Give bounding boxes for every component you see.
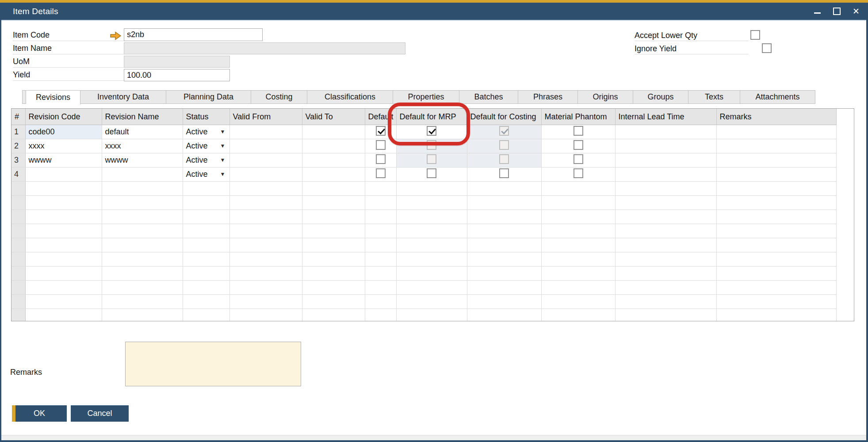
cell-gutter: [836, 210, 854, 224]
row-number[interactable]: 4: [11, 168, 25, 182]
row-number: [11, 210, 25, 224]
tab-texts[interactable]: Texts: [688, 90, 740, 104]
chevron-down-icon[interactable]: ▼: [220, 157, 226, 163]
cell-valid-from[interactable]: [229, 139, 302, 153]
cell-revision-name[interactable]: wwww: [102, 153, 183, 168]
status-value: Active: [186, 170, 208, 179]
column-header-material_phantom[interactable]: Material Phantom: [541, 109, 615, 125]
checkbox-default-mrp[interactable]: [427, 168, 436, 178]
cell-empty: [467, 210, 541, 224]
tab-revisions[interactable]: Revisions: [26, 90, 80, 105]
column-header-status[interactable]: Status: [183, 109, 229, 125]
cell-status[interactable]: Active▼: [183, 125, 229, 139]
tab-planning-data[interactable]: Planning Data: [166, 90, 251, 104]
remarks-textarea[interactable]: [125, 342, 301, 386]
tab-properties[interactable]: Properties: [393, 90, 459, 104]
cell-revision-code[interactable]: wwww: [25, 153, 102, 168]
tab-costing[interactable]: Costing: [251, 90, 307, 104]
link-arrow-icon[interactable]: [110, 31, 122, 42]
checkbox-default[interactable]: [376, 126, 386, 136]
cell-revision-name[interactable]: xxxx: [102, 139, 183, 153]
cell-revision-name[interactable]: default: [102, 125, 183, 139]
cell-internal-lead-time[interactable]: [615, 153, 716, 168]
cell-empty: [396, 267, 467, 281]
cell-valid-from[interactable]: [229, 153, 302, 168]
cell-empty: [25, 238, 102, 252]
checkbox-default-costing[interactable]: [499, 168, 509, 178]
checkbox-material-phantom[interactable]: [574, 154, 583, 164]
cell-valid-to[interactable]: [302, 125, 365, 139]
column-header-num[interactable]: #: [11, 109, 25, 125]
cell-status[interactable]: Active▼: [183, 168, 229, 182]
column-header-revision_name[interactable]: Revision Name: [102, 109, 183, 125]
cell-valid-to[interactable]: [302, 153, 365, 168]
tab-phrases[interactable]: Phrases: [518, 90, 578, 104]
tab-inventory-data[interactable]: Inventory Data: [80, 90, 166, 104]
cell-remarks[interactable]: [716, 168, 836, 182]
revisions-table: #Revision CodeRevision NameStatusValid F…: [11, 108, 854, 321]
row-number: [11, 224, 25, 238]
cell-status[interactable]: Active▼: [183, 153, 229, 168]
cell-remarks[interactable]: [716, 153, 836, 168]
tab-attachments[interactable]: Attachments: [740, 90, 815, 104]
chevron-down-icon[interactable]: ▼: [220, 171, 226, 177]
checkbox-material-phantom[interactable]: [574, 126, 583, 136]
column-header-valid_to[interactable]: Valid To: [302, 109, 365, 125]
cell-empty: [302, 281, 365, 295]
checkbox-material-phantom[interactable]: [574, 168, 583, 178]
yield-input[interactable]: [124, 69, 230, 81]
cell-material_phantom: [541, 125, 615, 139]
cell-internal-lead-time[interactable]: [615, 139, 716, 153]
item-code-input[interactable]: [124, 28, 263, 41]
checkbox-material-phantom[interactable]: [574, 140, 583, 150]
tab-classifications[interactable]: Classifications: [307, 90, 393, 104]
ignore-yield-checkbox[interactable]: [762, 43, 772, 53]
column-header-remarks[interactable]: Remarks: [716, 109, 836, 125]
accept-lower-qty-checkbox[interactable]: [750, 30, 760, 40]
column-header-revision_code[interactable]: Revision Code: [25, 109, 102, 125]
row-number[interactable]: 2: [11, 139, 25, 153]
cell-empty: [716, 281, 836, 295]
cell-revision-code[interactable]: code00: [25, 125, 102, 139]
cell-gutter: [836, 139, 854, 153]
checkbox-default[interactable]: [376, 140, 386, 150]
cell-empty: [716, 295, 836, 309]
cell-empty: [365, 281, 396, 295]
close-button[interactable]: ✕: [852, 8, 860, 15]
cell-revision-code[interactable]: [25, 168, 102, 182]
checkbox-default-mrp[interactable]: [427, 126, 436, 136]
row-number[interactable]: 1: [11, 125, 25, 139]
chevron-down-icon[interactable]: ▼: [220, 129, 226, 135]
column-header-default[interactable]: Default: [365, 109, 396, 125]
column-header-internal_lead_time[interactable]: Internal Lead Time: [615, 109, 716, 125]
minimize-button[interactable]: [813, 8, 821, 15]
chevron-down-icon[interactable]: ▼: [220, 143, 226, 149]
cell-remarks[interactable]: [716, 139, 836, 153]
cell-revision-name[interactable]: [102, 168, 183, 182]
cell-remarks[interactable]: [716, 125, 836, 139]
maximize-button[interactable]: [833, 8, 841, 15]
checkbox-default[interactable]: [376, 168, 386, 178]
cell-revision-code[interactable]: xxxx: [25, 139, 102, 153]
column-header-valid_from[interactable]: Valid From: [229, 109, 302, 125]
tab-origins[interactable]: Origins: [578, 90, 633, 104]
checkbox-default[interactable]: [376, 154, 386, 164]
cell-internal-lead-time[interactable]: [615, 125, 716, 139]
tab-batches[interactable]: Batches: [459, 90, 518, 104]
cell-valid-to[interactable]: [302, 139, 365, 153]
cell-empty: [615, 238, 716, 252]
cancel-button[interactable]: Cancel: [71, 405, 129, 422]
cell-valid-from[interactable]: [229, 168, 302, 182]
cell-valid-to[interactable]: [302, 168, 365, 182]
column-header-default_costing[interactable]: Default for Costing: [467, 109, 541, 125]
ok-button[interactable]: OK: [12, 405, 67, 422]
cell-status[interactable]: Active▼: [183, 139, 229, 153]
cell-empty: [396, 295, 467, 309]
cell-internal-lead-time[interactable]: [615, 168, 716, 182]
cell-empty: [229, 182, 302, 196]
row-number[interactable]: 3: [11, 153, 25, 168]
cell-valid-from[interactable]: [229, 125, 302, 139]
cell-empty: [365, 182, 396, 196]
tab-groups[interactable]: Groups: [633, 90, 688, 104]
column-header-default_mrp[interactable]: Default for MRP: [396, 109, 467, 125]
